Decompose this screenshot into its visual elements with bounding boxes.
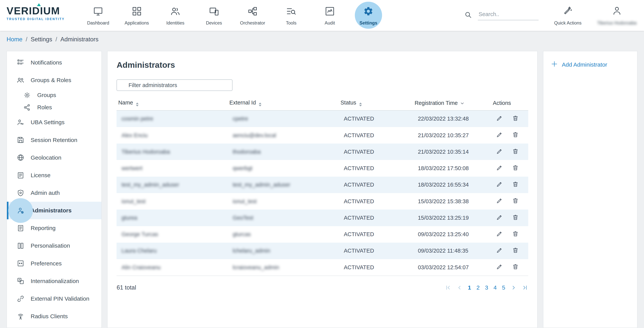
table-row[interactable]: George Turcas gturcas ACTIVATED 09/03/20…: [116, 226, 528, 243]
next-page-button[interactable]: [510, 285, 517, 291]
content-area: Notifications Groups & Roles Groups Role…: [0, 48, 644, 328]
sidebar-item-preferences[interactable]: Preferences: [7, 255, 102, 272]
column-header-status[interactable]: Status: [339, 96, 413, 110]
sidebar-item-roles[interactable]: Roles: [7, 101, 102, 114]
table-row[interactable]: Laura Chelaru lchelaru_admin ACTIVATED 0…: [116, 243, 528, 259]
global-search: [464, 5, 538, 20]
table-row[interactable]: ionut_test ionut_test ACTIVATED 15/03/20…: [116, 193, 528, 209]
sidebar-item-radius-clients[interactable]: Radius Clients: [7, 308, 102, 325]
table-row[interactable]: wertwert qwerbgt ACTIVATED 18/03/2022 17…: [116, 160, 528, 176]
nav-item-applications[interactable]: Applications: [118, 0, 156, 31]
search-input[interactable]: [478, 10, 538, 20]
edit-button[interactable]: [496, 115, 503, 123]
sidebar-item-label: Groups & Roles: [31, 77, 71, 83]
delete-button[interactable]: [512, 164, 519, 172]
sidebar-item-external-pin-validation[interactable]: External PIN Validation: [7, 290, 102, 308]
sidebar-item-session-retention[interactable]: Session Retention: [7, 131, 102, 149]
nav-item-orchestrator[interactable]: Orchestrator: [233, 0, 272, 31]
nav-item-audit[interactable]: Audit: [310, 0, 349, 31]
table-row[interactable]: cosmin petre cpetre ACTIVATED 22/03/2022…: [116, 110, 528, 127]
breadcrumb-separator: /: [26, 36, 28, 43]
add-administrator-button[interactable]: Add Administrator: [551, 60, 630, 69]
delete-button[interactable]: [512, 230, 519, 238]
save-icon: [17, 136, 24, 144]
breadcrumb-current: Administrators: [60, 36, 98, 43]
nav-label: Dashboard: [87, 20, 109, 26]
edit-button[interactable]: [496, 181, 503, 189]
edit-button[interactable]: [496, 197, 503, 205]
edit-button[interactable]: [496, 131, 503, 139]
delete-button[interactable]: [512, 181, 519, 189]
list-icon: [17, 59, 24, 66]
sidebar-item-label: Geolocation: [31, 155, 61, 161]
page-number-4[interactable]: 4: [494, 284, 497, 291]
nav-item-dashboard[interactable]: Dashboard: [79, 0, 117, 31]
edit-button[interactable]: [496, 263, 503, 271]
sidebar-item-administrators[interactable]: Administrators: [7, 202, 102, 219]
page-number-3[interactable]: 3: [485, 284, 488, 291]
quick-actions-button[interactable]: Quick Actions: [554, 5, 582, 26]
edit-button[interactable]: [496, 247, 503, 255]
columns-icon: [17, 242, 24, 250]
admin-external-id: gturcas: [233, 231, 251, 237]
delete-button[interactable]: [512, 214, 519, 222]
edit-button[interactable]: [496, 214, 503, 222]
edit-button[interactable]: [496, 230, 503, 238]
profile-menu[interactable]: Tiberius Hodoroaba: [597, 5, 636, 26]
status-badge: ACTIVATED: [344, 116, 374, 122]
table-row[interactable]: Alex Enciu aenciu@dev.local ACTIVATED 21…: [116, 127, 528, 144]
delete-button[interactable]: [512, 131, 519, 139]
sidebar-item-uba-settings[interactable]: UBA Settings: [7, 114, 102, 131]
page-number-1[interactable]: 1: [468, 284, 471, 291]
sidebar-item-internationalization[interactable]: Internationalization: [7, 272, 102, 290]
globe-icon: [17, 154, 24, 162]
sidebar-item-label: Internationalization: [31, 278, 79, 284]
nav-label: Applications: [124, 20, 149, 26]
admin-external-id: lchelaru_admin: [233, 248, 270, 254]
edit-button[interactable]: [496, 164, 503, 172]
edit-button[interactable]: [496, 148, 503, 156]
page-number-5[interactable]: 5: [502, 284, 505, 291]
delete-button[interactable]: [512, 197, 519, 205]
table-row[interactable]: Tiberius Hodoroaba thodoroaba ACTIVATED …: [116, 144, 528, 160]
breadcrumb-settings[interactable]: Settings: [31, 36, 52, 43]
column-header-external-id[interactable]: External Id: [228, 96, 339, 110]
delete-button[interactable]: [512, 148, 519, 156]
sort-icon: [136, 103, 138, 106]
delete-button[interactable]: [512, 263, 519, 271]
previous-page-button[interactable]: [456, 285, 462, 291]
filter-administrators-input[interactable]: [116, 79, 232, 91]
antenna-icon: [17, 313, 24, 320]
nav-item-devices[interactable]: Devices: [195, 0, 233, 31]
administrators-table: Name External Id Status Registration Tim…: [116, 96, 528, 276]
last-page-button[interactable]: [522, 285, 528, 291]
status-badge: ACTIVATED: [344, 231, 374, 237]
column-header-registration-time[interactable]: Registration Time: [413, 96, 491, 110]
sidebar-item-groups-roles[interactable]: Groups & Roles: [7, 71, 102, 89]
sidebar-item-personalisation[interactable]: Personalisation: [7, 237, 102, 255]
breadcrumb-home[interactable]: Home: [6, 36, 22, 43]
veridium-logo[interactable]: VERIDIUM TRUSTED DIGITAL IDENTITY: [0, 0, 70, 31]
page-number-2[interactable]: 2: [476, 284, 480, 291]
sidebar-item-license[interactable]: License: [7, 166, 102, 184]
nav-item-identities[interactable]: Identities: [156, 0, 194, 31]
table-row[interactable]: Alin Craioveanu lcraioveanu_admin ACTIVA…: [116, 259, 528, 276]
nav-item-tools[interactable]: Tools: [272, 0, 310, 31]
top-navigation-bar: VERIDIUM TRUSTED DIGITAL IDENTITY Dashbo…: [0, 0, 644, 31]
table-row[interactable]: test_my_admin_aduser test_my_admin_aduse…: [116, 177, 528, 193]
delete-button[interactable]: [512, 247, 519, 255]
sidebar-item-advanced[interactable]: Advanced: [7, 325, 102, 328]
sidebar-item-geolocation[interactable]: Geolocation: [7, 149, 102, 166]
admin-name: Alin Craioveanu: [122, 264, 160, 270]
sidebar-item-groups[interactable]: Groups: [7, 89, 102, 101]
delete-button[interactable]: [512, 115, 519, 123]
column-header-name[interactable]: Name: [116, 96, 228, 110]
sidebar-item-label: Personalisation: [31, 242, 70, 249]
nav-item-settings[interactable]: Settings: [349, 0, 388, 31]
table-row[interactable]: gturea GeoTest ACTIVATED 15/03/2022 13:2…: [116, 209, 528, 226]
admin-external-id: thodoroaba: [233, 149, 261, 155]
first-page-button[interactable]: [445, 285, 451, 291]
user-icon: [612, 6, 622, 17]
sidebar-item-label: Session Retention: [31, 137, 78, 143]
sidebar-item-notifications[interactable]: Notifications: [7, 54, 102, 71]
